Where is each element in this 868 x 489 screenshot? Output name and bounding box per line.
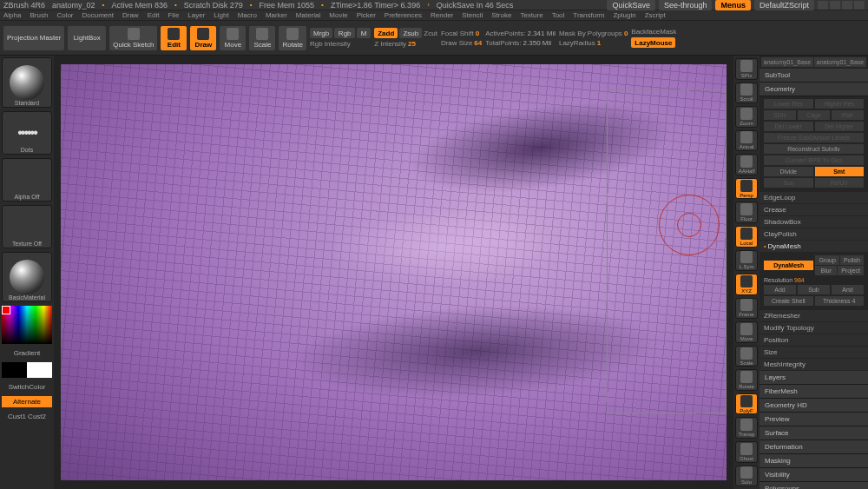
switchcolor-button[interactable]: SwitchColor — [2, 381, 52, 393]
and-button[interactable]: And — [832, 285, 864, 294]
move2-button[interactable]: Move — [735, 321, 758, 343]
sub-button[interactable]: Sub — [798, 285, 830, 294]
reconstruct-button[interactable]: Reconstruct Subdiv — [764, 144, 864, 154]
projection-master-button[interactable]: Projection Master — [3, 26, 64, 50]
frame-button[interactable]: Frame — [735, 298, 758, 320]
drawsize-slider[interactable]: Draw Size 64 — [441, 39, 482, 47]
stroke-selector[interactable]: ••••••Dots — [2, 111, 52, 155]
subtool-header[interactable]: SubTool — [760, 69, 868, 83]
quicksketch-button[interactable]: Quick Sketch — [109, 26, 157, 50]
createshell-button[interactable]: Create Shell — [764, 296, 813, 306]
rgb-button[interactable]: Rgb — [334, 28, 355, 38]
zscript-button[interactable]: DefaultZScript — [754, 0, 814, 10]
actual-button[interactable]: Actual — [735, 130, 758, 152]
edit-button[interactable]: Edit — [161, 26, 187, 50]
minimize-icon[interactable] — [830, 1, 840, 10]
geometry-header[interactable]: Geometry — [760, 83, 868, 96]
menu-item[interactable]: Edit — [148, 11, 160, 19]
divide-button[interactable]: Divide — [764, 167, 813, 176]
section-masking[interactable]: Masking — [760, 454, 868, 468]
swatch-black[interactable] — [2, 362, 27, 378]
section-meshintegrity[interactable]: MeshIntegrity — [760, 359, 868, 371]
menu-item[interactable]: Light — [214, 11, 228, 19]
floor-button[interactable]: Floor — [735, 202, 758, 223]
material-selector[interactable]: BasicMaterial — [2, 252, 52, 302]
section-visibility[interactable]: Visibility — [760, 468, 868, 482]
maximize-icon[interactable] — [842, 1, 852, 10]
higherres-button[interactable]: Higher Res — [815, 99, 865, 109]
menu-item[interactable]: Tool — [552, 11, 565, 19]
menu-item[interactable]: Zscript — [645, 11, 666, 19]
menu-item[interactable]: Stroke — [491, 11, 511, 19]
section-crease[interactable]: Crease — [760, 204, 868, 216]
menu-item[interactable]: Stencil — [462, 11, 483, 19]
section-dynamesh[interactable]: • DynaMesh — [760, 241, 868, 253]
menu-item[interactable]: Preferences — [385, 11, 422, 19]
menu-item[interactable]: Texture — [520, 11, 542, 19]
lowerres-button[interactable]: Lower Res — [764, 99, 813, 109]
dynamesh-button[interactable]: DynaMesh — [764, 261, 813, 270]
alternate-button[interactable]: Alternate — [2, 396, 52, 407]
section-layers[interactable]: Layers — [760, 371, 868, 385]
cust-buttons[interactable]: Cust1 Cust2 — [2, 411, 52, 422]
section-fibermesh[interactable]: FiberMesh — [760, 385, 868, 399]
lazyradius-slider[interactable]: LazyRadius 1 — [559, 39, 628, 47]
section-claypolish[interactable]: ClayPolish — [760, 228, 868, 241]
menu-item[interactable]: Layer — [187, 11, 205, 19]
lazymouse-button[interactable]: LazyMouse — [631, 37, 675, 48]
move-button[interactable]: Move — [220, 26, 246, 50]
add-button[interactable]: Add — [764, 285, 796, 294]
transp-button[interactable]: Transp — [735, 417, 758, 439]
backface-toggle[interactable]: BackfaceMask — [631, 28, 676, 36]
menu-item[interactable]: Brush — [30, 11, 48, 19]
thickness-slider[interactable]: Thickness 4 — [815, 296, 865, 306]
rotate2-button[interactable]: Rotate — [735, 369, 758, 391]
menu-item[interactable]: Alpha — [3, 11, 21, 19]
section-polygroups[interactable]: Polygroups — [760, 482, 868, 489]
persp-button[interactable]: Persp — [735, 178, 758, 200]
menu-item[interactable]: File — [168, 11, 179, 19]
lsym-button[interactable]: L.Sym — [735, 250, 758, 272]
alpha-selector[interactable]: Alpha Off — [2, 158, 52, 202]
smt-toggle[interactable]: Smt — [815, 167, 865, 176]
zsub-button[interactable]: Zsub — [399, 28, 422, 38]
menu-item[interactable]: Movie — [329, 11, 347, 19]
ghost-button[interactable]: Ghost — [735, 441, 758, 463]
section-modifytopo[interactable]: Modify Topology — [760, 322, 868, 334]
local-button[interactable]: Local — [735, 226, 758, 248]
menu-item[interactable]: Material — [296, 11, 320, 19]
menu-item[interactable]: Draw — [122, 11, 139, 19]
polyf-button[interactable]: PolyF — [735, 393, 758, 415]
model-view[interactable] — [61, 64, 727, 480]
gradient-toggle[interactable]: Gradient — [2, 347, 52, 359]
seethrough-slider[interactable]: See-through — [659, 0, 713, 10]
zadd-button[interactable]: Zadd — [374, 28, 398, 38]
menu-item[interactable]: Marker — [266, 11, 287, 19]
texture-selector[interactable]: Texture Off — [2, 205, 52, 248]
menu-item[interactable]: Picker — [357, 11, 376, 19]
section-zremesher[interactable]: ZRemesher — [760, 310, 868, 322]
zoom-button[interactable]: Zoom — [735, 106, 758, 128]
m-button[interactable]: M — [357, 28, 371, 38]
aahalf-button[interactable]: AAHalf — [735, 154, 758, 175]
menu-item[interactable]: Transform — [573, 11, 604, 19]
xyz-button[interactable]: XYZ — [735, 274, 758, 295]
section-surface[interactable]: Surface — [760, 426, 868, 440]
menus-toggle[interactable]: Menus — [715, 0, 751, 10]
resolution-slider[interactable]: Resolution 984 — [764, 277, 864, 283]
focalshift-slider[interactable]: Focal Shift 0 — [441, 30, 482, 37]
section-size[interactable]: Size — [760, 347, 868, 359]
spix-button[interactable]: SPix — [735, 58, 758, 80]
subtool-tab[interactable]: anatomy01_Base — [814, 57, 866, 67]
mrgb-button[interactable]: Mrgb — [310, 28, 332, 38]
menu-item[interactable]: Document — [82, 11, 114, 19]
zintensity-slider[interactable]: Z Intensity 25 — [374, 40, 437, 48]
section-preview[interactable]: Preview — [760, 413, 868, 426]
menu-item[interactable]: Render — [431, 11, 453, 19]
menu-item[interactable]: Color — [56, 11, 73, 19]
section-shadowbox[interactable]: ShadowBox — [760, 216, 868, 228]
scale-button[interactable]: Scale — [249, 26, 275, 50]
lightbox-button[interactable]: LightBox — [68, 26, 106, 50]
close-icon[interactable] — [854, 1, 865, 10]
color-picker[interactable] — [2, 306, 52, 344]
